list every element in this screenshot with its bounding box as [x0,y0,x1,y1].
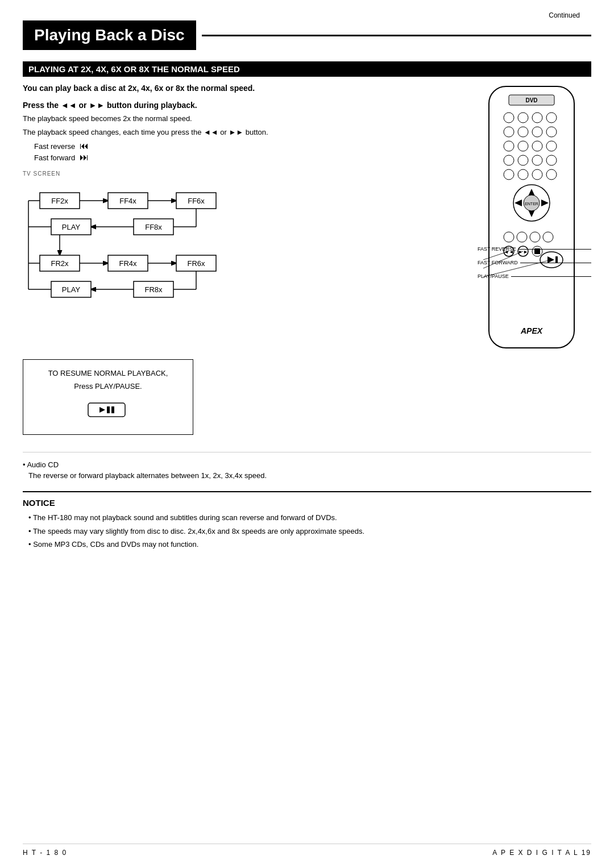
continued-label: Continued [23,11,591,19]
fast-forward-symbol: ⏭ [80,152,89,163]
svg-point-63 [518,169,528,180]
left-content: You can play back a disc at 2x, 4x, 6x o… [23,84,466,435]
audio-cd-description: The reverse or forward playback alternat… [23,471,591,480]
svg-text:FF8x: FF8x [145,223,162,231]
svg-point-50 [504,127,514,137]
section-title-text: PLAYING AT 2X, 4X, 6X OR 8X THE NORMAL S… [28,64,240,74]
footer-model: H T - 1 8 0 [23,849,67,857]
svg-text:FR2x: FR2x [51,259,69,268]
main-content: You can play back a disc at 2x, 4x, 6x o… [23,84,591,435]
notice-item-2: • The speeds may vary slightly from disc… [23,526,591,537]
svg-point-62 [504,169,514,180]
remote-section: DVD [478,84,591,435]
svg-point-76 [543,232,553,242]
svg-text:PLAY: PLAY [62,223,81,231]
continued-text: Continued [549,11,580,19]
svg-point-55 [518,141,528,151]
fast-reverse-label: Fast reverse [34,142,75,151]
play-pause-button-diagram [85,398,131,423]
remote-control-svg: DVD [478,84,586,368]
footer: H T - 1 8 0 A P E X D I G I T A L 19 [23,844,591,857]
svg-point-75 [530,232,540,242]
press-instruction-text: Press the ◄◄ or ►► button during playbac… [23,101,197,110]
press-instruction: Press the ◄◄ or ►► button during playbac… [23,101,466,110]
fast-forward-label: FAST FORWARD [478,258,591,267]
playback-diagram: FF2x FF4x FF6x [23,181,284,346]
svg-point-57 [546,141,557,151]
svg-point-65 [546,169,557,180]
svg-text:FF6x: FF6x [188,197,205,205]
svg-point-52 [532,127,542,137]
svg-point-64 [532,169,542,180]
svg-rect-41 [111,406,114,413]
play-pause-label: PLAY/PAUSE [478,272,591,281]
svg-point-49 [546,113,557,123]
fast-forward-label: Fast forward [34,153,75,162]
fast-forward-row: Fast forward ⏭ [34,152,466,163]
svg-point-53 [546,127,557,137]
fast-reverse-label: FAST REVERSE [478,244,591,254]
svg-point-46 [504,113,514,123]
fast-labels: Fast reverse ⏮ Fast forward ⏭ [34,141,466,163]
play-pause-label-text: PLAY/PAUSE [478,272,509,281]
fast-reverse-row: Fast reverse ⏮ [34,141,466,151]
svg-text:PLAY: PLAY [62,285,81,294]
footer-brand: A P E X D I G I T A L 19 [492,849,591,857]
svg-point-74 [517,232,527,242]
svg-text:ENTER: ENTER [525,202,538,206]
audio-cd-bullet: • Audio CD [23,460,591,469]
notice-item-3: • Some MP3 CDs, CDs and DVDs may not fun… [23,539,591,550]
svg-text:FF4x: FF4x [119,197,136,205]
svg-point-47 [518,113,528,123]
svg-point-61 [546,155,557,165]
title-divider [202,35,591,36]
diagram-container: FF2x FF4x FF6x [23,181,284,348]
svg-text:DVD: DVD [525,97,537,103]
svg-point-60 [532,155,542,165]
fast-forward-label-text: FAST FORWARD [478,258,518,267]
notice-title: NOTICE [23,498,591,508]
svg-text:FF2x: FF2x [51,197,68,205]
section-header: PLAYING AT 2X, 4X, 6X OR 8X THE NORMAL S… [23,61,591,77]
svg-text:FR8x: FR8x [144,285,163,294]
svg-point-56 [532,141,542,151]
desc1: The playback speed becomes 2x the normal… [23,113,466,124]
resume-box: TO RESUME NORMAL PLAYBACK, Press PLAY/PA… [23,359,193,435]
tv-screen-label: TV SCREEN [23,171,466,177]
audio-cd-section: • Audio CD The reverse or forward playba… [23,452,591,480]
notice-item-1: • The HT-180 may not playback sound and … [23,512,591,524]
fast-reverse-symbol: ⏮ [80,141,89,151]
fast-forward-line [520,263,591,263]
svg-rect-40 [107,406,110,413]
svg-text:FR6x: FR6x [187,259,205,268]
svg-point-59 [518,155,528,165]
subtitle-text: You can play back a disc at 2x, 4x, 6x o… [23,84,466,93]
fast-reverse-line [518,249,591,250]
fast-reverse-label-text: FAST REVERSE [478,244,516,254]
page-title: Playing Back a Disc [23,20,196,50]
resume-line1: TO RESUME NORMAL PLAYBACK, [35,369,181,377]
notice-section: NOTICE • The HT-180 may not playback sou… [23,491,591,550]
svg-point-51 [518,127,528,137]
svg-point-54 [504,141,514,151]
desc2: The playback speed changes, each time yo… [23,127,466,138]
play-pause-line [511,276,591,277]
title-bar: Playing Back a Disc [23,20,591,50]
svg-rect-38 [88,403,125,417]
svg-point-48 [532,113,542,123]
svg-point-58 [504,155,514,165]
svg-point-73 [504,232,514,242]
svg-text:APEX: APEX [520,326,544,335]
svg-text:FR4x: FR4x [119,259,137,268]
resume-line2: Press PLAY/PAUSE. [35,382,181,391]
